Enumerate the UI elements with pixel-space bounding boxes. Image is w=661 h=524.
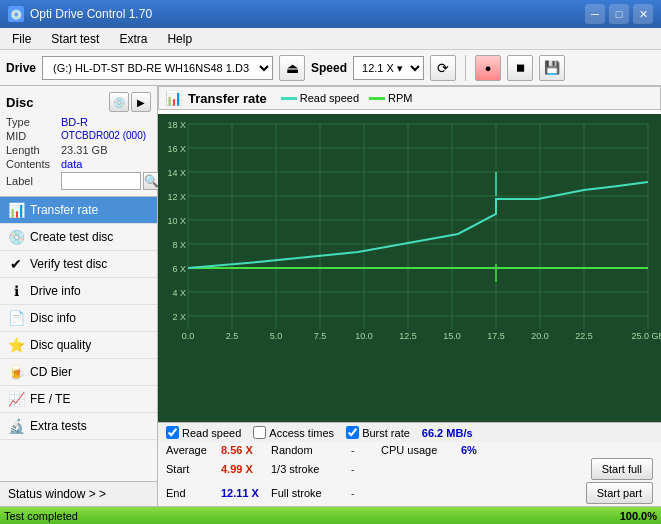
chart-svg: 18 X 16 X 14 X 12 X 10 X 8 X 6 X 4 X 2 X xyxy=(158,114,661,422)
burst-rate-value: 66.2 MB/s xyxy=(422,427,473,439)
legend-rpm-label: RPM xyxy=(388,92,412,104)
create-test-disc-icon: 💿 xyxy=(8,229,24,245)
drive-selector[interactable]: (G:) HL-DT-ST BD-RE WH16NS48 1.D3 xyxy=(42,56,273,80)
cpu-usage-value: 6% xyxy=(461,444,477,456)
end-value: 12.11 X xyxy=(221,487,271,499)
toolbar-btn-2[interactable]: ● xyxy=(475,55,501,81)
start-full-button[interactable]: Start full xyxy=(591,458,653,480)
burst-rate-checkbox[interactable] xyxy=(346,426,359,439)
svg-text:10.0: 10.0 xyxy=(355,331,373,341)
sidebar: Disc 💿 ▶ Type BD-R MID OTCBDR002 (000) xyxy=(0,86,158,506)
disc-mid-label: MID xyxy=(6,130,61,142)
toolbar-separator xyxy=(465,55,466,81)
start-part-button[interactable]: Start part xyxy=(586,482,653,504)
disc-panel: Disc 💿 ▶ Type BD-R MID OTCBDR002 (000) xyxy=(0,86,157,197)
average-label: Average xyxy=(166,444,221,456)
eject-button[interactable]: ⏏ xyxy=(279,55,305,81)
sidebar-item-disc-info[interactable]: 📄 Disc info xyxy=(0,305,157,332)
fe-te-icon: 📈 xyxy=(8,391,24,407)
sidebar-item-fe-te[interactable]: 📈 FE / TE xyxy=(0,386,157,413)
start-value: 4.99 X xyxy=(221,463,271,475)
toolbar: Drive (G:) HL-DT-ST BD-RE WH16NS48 1.D3 … xyxy=(0,50,661,86)
main-layout: Disc 💿 ▶ Type BD-R MID OTCBDR002 (000) xyxy=(0,86,661,506)
extra-tests-label: Extra tests xyxy=(30,419,87,433)
stats-row-1: Average 8.56 X Random - CPU usage 6% Sta… xyxy=(158,442,661,506)
close-button[interactable]: ✕ xyxy=(633,4,653,24)
disc-contents-value: data xyxy=(61,158,82,170)
disc-icon-btn-2[interactable]: ▶ xyxy=(131,92,151,112)
chart-title-bar: 📊 Transfer rate Read speed RPM xyxy=(158,86,661,110)
speed-label: Speed xyxy=(311,61,347,75)
menu-file[interactable]: File xyxy=(4,30,39,48)
stroke-1-3-value: - xyxy=(351,463,381,475)
menu-extra[interactable]: Extra xyxy=(111,30,155,48)
save-button[interactable]: 💾 xyxy=(539,55,565,81)
rpm-color-swatch xyxy=(369,97,385,100)
disc-label-input[interactable] xyxy=(61,172,141,190)
disc-header-text: Disc xyxy=(6,95,33,110)
svg-text:15.0: 15.0 xyxy=(443,331,461,341)
read-speed-color-swatch xyxy=(281,97,297,100)
average-value: 8.56 X xyxy=(221,444,271,456)
maximize-button[interactable]: □ xyxy=(609,4,629,24)
chart-legend: Read speed RPM xyxy=(281,92,413,104)
disc-contents-label: Contents xyxy=(6,158,61,170)
disc-quality-icon: ⭐ xyxy=(8,337,24,353)
title-bar: 💿 Opti Drive Control 1.70 ─ □ ✕ xyxy=(0,0,661,28)
disc-length-value: 23.31 GB xyxy=(61,144,107,156)
refresh-button[interactable]: ⟳ xyxy=(430,55,456,81)
burst-rate-checkbox-label[interactable]: Burst rate xyxy=(346,426,410,439)
sidebar-item-extra-tests[interactable]: 🔬 Extra tests xyxy=(0,413,157,440)
svg-text:16 X: 16 X xyxy=(167,144,186,154)
menu-start-test[interactable]: Start test xyxy=(43,30,107,48)
svg-text:22.5: 22.5 xyxy=(575,331,593,341)
cd-bier-label: CD Bier xyxy=(30,365,72,379)
legend-read-speed: Read speed xyxy=(281,92,359,104)
access-times-checkbox-label[interactable]: Access times xyxy=(253,426,334,439)
menu-help[interactable]: Help xyxy=(159,30,200,48)
chart-title-text: Transfer rate xyxy=(188,91,267,106)
svg-text:2.5: 2.5 xyxy=(226,331,239,341)
progress-status-text: Test completed xyxy=(4,510,78,522)
disc-icon-btn-1[interactable]: 💿 xyxy=(109,92,129,112)
svg-text:20.0: 20.0 xyxy=(531,331,549,341)
read-speed-checkbox-text: Read speed xyxy=(182,427,241,439)
speed-selector[interactable]: 12.1 X ▾ xyxy=(353,56,424,80)
svg-text:10 X: 10 X xyxy=(167,216,186,226)
status-window-label: Status window > > xyxy=(8,487,106,501)
sidebar-item-disc-quality[interactable]: ⭐ Disc quality xyxy=(0,332,157,359)
disc-type-label: Type xyxy=(6,116,61,128)
svg-text:2 X: 2 X xyxy=(172,312,186,322)
stroke-1-3-label: 1/3 stroke xyxy=(271,463,351,475)
svg-text:4 X: 4 X xyxy=(172,288,186,298)
disc-info-label: Disc info xyxy=(30,311,76,325)
read-speed-checkbox-label[interactable]: Read speed xyxy=(166,426,241,439)
sidebar-item-drive-info[interactable]: ℹ Drive info xyxy=(0,278,157,305)
sidebar-item-transfer-rate[interactable]: 📊 Transfer rate xyxy=(0,197,157,224)
minimize-button[interactable]: ─ xyxy=(585,4,605,24)
svg-text:17.5: 17.5 xyxy=(487,331,505,341)
content-area: 📊 Transfer rate Read speed RPM xyxy=(158,86,661,506)
sidebar-item-verify-test-disc[interactable]: ✔ Verify test disc xyxy=(0,251,157,278)
progress-fill xyxy=(0,507,661,524)
drive-label: Drive xyxy=(6,61,36,75)
access-times-checkbox[interactable] xyxy=(253,426,266,439)
read-speed-checkbox[interactable] xyxy=(166,426,179,439)
disc-label-label: Label xyxy=(6,175,61,187)
svg-text:25.0 GB: 25.0 GB xyxy=(631,331,661,341)
fe-te-label: FE / TE xyxy=(30,392,70,406)
cd-bier-icon: 🍺 xyxy=(8,364,24,380)
legend-rpm: RPM xyxy=(369,92,412,104)
svg-text:12 X: 12 X xyxy=(167,192,186,202)
status-window-button[interactable]: Status window > > xyxy=(0,481,157,506)
nav-items: 📊 Transfer rate 💿 Create test disc ✔ Ver… xyxy=(0,197,157,481)
app-icon: 💿 xyxy=(8,6,24,22)
random-label: Random xyxy=(271,444,351,456)
toolbar-btn-3[interactable]: ◼ xyxy=(507,55,533,81)
sidebar-item-cd-bier[interactable]: 🍺 CD Bier xyxy=(0,359,157,386)
disc-mid-value: OTCBDR002 (000) xyxy=(61,130,146,142)
cpu-usage-label: CPU usage xyxy=(381,444,461,456)
app-title: Opti Drive Control 1.70 xyxy=(30,7,152,21)
start-label: Start xyxy=(166,463,221,475)
sidebar-item-create-test-disc[interactable]: 💿 Create test disc xyxy=(0,224,157,251)
